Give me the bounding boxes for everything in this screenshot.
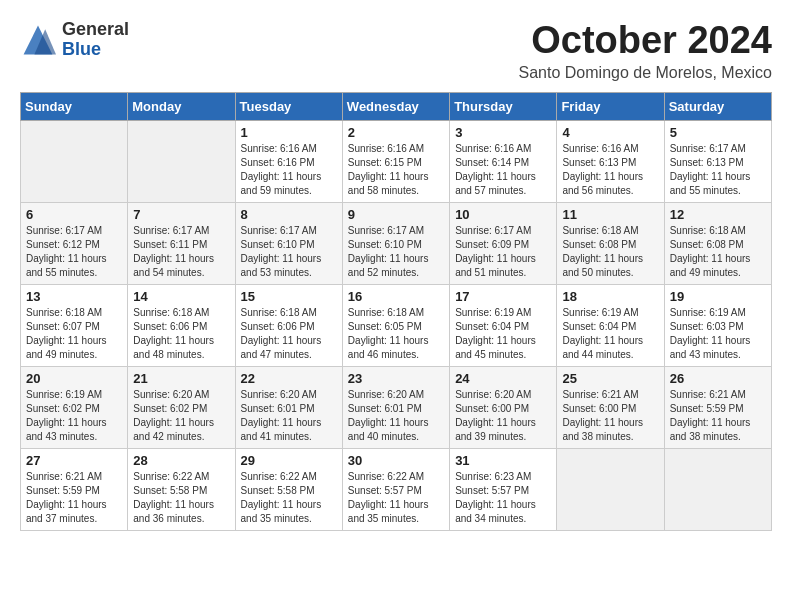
day-info: Sunrise: 6:17 AM Sunset: 6:12 PM Dayligh… (26, 225, 107, 278)
day-number: 25 (562, 371, 658, 386)
day-cell (128, 120, 235, 202)
logo: General Blue (20, 20, 129, 60)
day-info: Sunrise: 6:19 AM Sunset: 6:03 PM Dayligh… (670, 307, 751, 360)
day-cell (557, 448, 664, 530)
day-cell (664, 448, 771, 530)
day-info: Sunrise: 6:17 AM Sunset: 6:13 PM Dayligh… (670, 143, 751, 196)
header-cell-wednesday: Wednesday (342, 92, 449, 120)
day-cell: 2Sunrise: 6:16 AM Sunset: 6:15 PM Daylig… (342, 120, 449, 202)
week-row-3: 13Sunrise: 6:18 AM Sunset: 6:07 PM Dayli… (21, 284, 772, 366)
day-number: 7 (133, 207, 229, 222)
header-cell-thursday: Thursday (450, 92, 557, 120)
day-info: Sunrise: 6:19 AM Sunset: 6:04 PM Dayligh… (562, 307, 643, 360)
day-number: 31 (455, 453, 551, 468)
day-cell: 6Sunrise: 6:17 AM Sunset: 6:12 PM Daylig… (21, 202, 128, 284)
header-cell-saturday: Saturday (664, 92, 771, 120)
day-info: Sunrise: 6:22 AM Sunset: 5:58 PM Dayligh… (241, 471, 322, 524)
header-cell-monday: Monday (128, 92, 235, 120)
week-row-1: 1Sunrise: 6:16 AM Sunset: 6:16 PM Daylig… (21, 120, 772, 202)
day-info: Sunrise: 6:16 AM Sunset: 6:13 PM Dayligh… (562, 143, 643, 196)
day-info: Sunrise: 6:18 AM Sunset: 6:07 PM Dayligh… (26, 307, 107, 360)
day-number: 10 (455, 207, 551, 222)
location-title: Santo Domingo de Morelos, Mexico (519, 64, 772, 82)
day-cell: 10Sunrise: 6:17 AM Sunset: 6:09 PM Dayli… (450, 202, 557, 284)
day-number: 28 (133, 453, 229, 468)
calendar-table: SundayMondayTuesdayWednesdayThursdayFrid… (20, 92, 772, 531)
day-number: 4 (562, 125, 658, 140)
day-info: Sunrise: 6:21 AM Sunset: 5:59 PM Dayligh… (670, 389, 751, 442)
logo-general-text: General (62, 20, 129, 40)
day-cell: 18Sunrise: 6:19 AM Sunset: 6:04 PM Dayli… (557, 284, 664, 366)
day-cell (21, 120, 128, 202)
day-number: 23 (348, 371, 444, 386)
day-info: Sunrise: 6:22 AM Sunset: 5:58 PM Dayligh… (133, 471, 214, 524)
day-cell: 22Sunrise: 6:20 AM Sunset: 6:01 PM Dayli… (235, 366, 342, 448)
day-cell: 28Sunrise: 6:22 AM Sunset: 5:58 PM Dayli… (128, 448, 235, 530)
day-cell: 14Sunrise: 6:18 AM Sunset: 6:06 PM Dayli… (128, 284, 235, 366)
header-cell-friday: Friday (557, 92, 664, 120)
day-cell: 30Sunrise: 6:22 AM Sunset: 5:57 PM Dayli… (342, 448, 449, 530)
day-info: Sunrise: 6:17 AM Sunset: 6:10 PM Dayligh… (241, 225, 322, 278)
day-info: Sunrise: 6:18 AM Sunset: 6:05 PM Dayligh… (348, 307, 429, 360)
day-info: Sunrise: 6:20 AM Sunset: 6:01 PM Dayligh… (241, 389, 322, 442)
day-cell: 7Sunrise: 6:17 AM Sunset: 6:11 PM Daylig… (128, 202, 235, 284)
day-cell: 29Sunrise: 6:22 AM Sunset: 5:58 PM Dayli… (235, 448, 342, 530)
day-number: 13 (26, 289, 122, 304)
day-number: 26 (670, 371, 766, 386)
day-info: Sunrise: 6:20 AM Sunset: 6:00 PM Dayligh… (455, 389, 536, 442)
day-cell: 13Sunrise: 6:18 AM Sunset: 6:07 PM Dayli… (21, 284, 128, 366)
day-cell: 9Sunrise: 6:17 AM Sunset: 6:10 PM Daylig… (342, 202, 449, 284)
day-info: Sunrise: 6:17 AM Sunset: 6:10 PM Dayligh… (348, 225, 429, 278)
day-number: 12 (670, 207, 766, 222)
header-row: SundayMondayTuesdayWednesdayThursdayFrid… (21, 92, 772, 120)
day-number: 16 (348, 289, 444, 304)
day-number: 24 (455, 371, 551, 386)
logo-text: General Blue (62, 20, 129, 60)
day-cell: 11Sunrise: 6:18 AM Sunset: 6:08 PM Dayli… (557, 202, 664, 284)
day-cell: 5Sunrise: 6:17 AM Sunset: 6:13 PM Daylig… (664, 120, 771, 202)
day-cell: 3Sunrise: 6:16 AM Sunset: 6:14 PM Daylig… (450, 120, 557, 202)
day-number: 3 (455, 125, 551, 140)
day-number: 6 (26, 207, 122, 222)
calendar-body: 1Sunrise: 6:16 AM Sunset: 6:16 PM Daylig… (21, 120, 772, 530)
day-number: 5 (670, 125, 766, 140)
day-info: Sunrise: 6:16 AM Sunset: 6:16 PM Dayligh… (241, 143, 322, 196)
day-info: Sunrise: 6:17 AM Sunset: 6:09 PM Dayligh… (455, 225, 536, 278)
day-cell: 24Sunrise: 6:20 AM Sunset: 6:00 PM Dayli… (450, 366, 557, 448)
day-info: Sunrise: 6:16 AM Sunset: 6:15 PM Dayligh… (348, 143, 429, 196)
day-cell: 25Sunrise: 6:21 AM Sunset: 6:00 PM Dayli… (557, 366, 664, 448)
month-title: October 2024 (519, 20, 772, 62)
day-number: 30 (348, 453, 444, 468)
day-cell: 17Sunrise: 6:19 AM Sunset: 6:04 PM Dayli… (450, 284, 557, 366)
day-cell: 20Sunrise: 6:19 AM Sunset: 6:02 PM Dayli… (21, 366, 128, 448)
logo-blue-text: Blue (62, 40, 129, 60)
day-info: Sunrise: 6:18 AM Sunset: 6:08 PM Dayligh… (670, 225, 751, 278)
day-cell: 27Sunrise: 6:21 AM Sunset: 5:59 PM Dayli… (21, 448, 128, 530)
day-cell: 26Sunrise: 6:21 AM Sunset: 5:59 PM Dayli… (664, 366, 771, 448)
day-cell: 21Sunrise: 6:20 AM Sunset: 6:02 PM Dayli… (128, 366, 235, 448)
week-row-4: 20Sunrise: 6:19 AM Sunset: 6:02 PM Dayli… (21, 366, 772, 448)
day-number: 2 (348, 125, 444, 140)
day-number: 27 (26, 453, 122, 468)
calendar-header: SundayMondayTuesdayWednesdayThursdayFrid… (21, 92, 772, 120)
day-info: Sunrise: 6:18 AM Sunset: 6:06 PM Dayligh… (133, 307, 214, 360)
day-number: 18 (562, 289, 658, 304)
header-cell-tuesday: Tuesday (235, 92, 342, 120)
day-cell: 1Sunrise: 6:16 AM Sunset: 6:16 PM Daylig… (235, 120, 342, 202)
day-info: Sunrise: 6:21 AM Sunset: 5:59 PM Dayligh… (26, 471, 107, 524)
week-row-5: 27Sunrise: 6:21 AM Sunset: 5:59 PM Dayli… (21, 448, 772, 530)
day-info: Sunrise: 6:22 AM Sunset: 5:57 PM Dayligh… (348, 471, 429, 524)
day-number: 9 (348, 207, 444, 222)
day-number: 21 (133, 371, 229, 386)
day-info: Sunrise: 6:18 AM Sunset: 6:08 PM Dayligh… (562, 225, 643, 278)
day-info: Sunrise: 6:17 AM Sunset: 6:11 PM Dayligh… (133, 225, 214, 278)
day-cell: 15Sunrise: 6:18 AM Sunset: 6:06 PM Dayli… (235, 284, 342, 366)
day-number: 22 (241, 371, 337, 386)
day-cell: 4Sunrise: 6:16 AM Sunset: 6:13 PM Daylig… (557, 120, 664, 202)
day-info: Sunrise: 6:16 AM Sunset: 6:14 PM Dayligh… (455, 143, 536, 196)
logo-icon (20, 22, 56, 58)
day-number: 29 (241, 453, 337, 468)
day-cell: 12Sunrise: 6:18 AM Sunset: 6:08 PM Dayli… (664, 202, 771, 284)
day-info: Sunrise: 6:20 AM Sunset: 6:02 PM Dayligh… (133, 389, 214, 442)
day-number: 20 (26, 371, 122, 386)
